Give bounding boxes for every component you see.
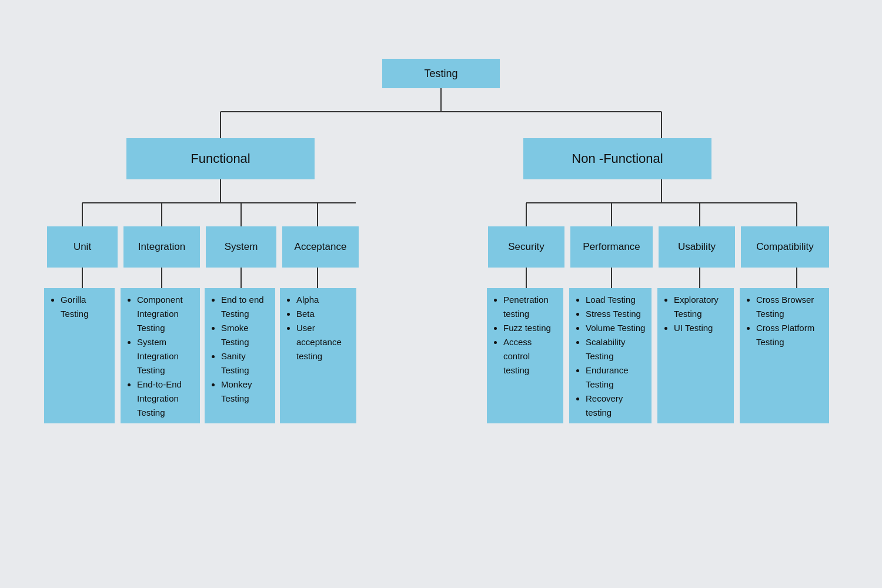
compatibility-node: Compatibility bbox=[741, 226, 829, 268]
non-functional-label: Non -Functional bbox=[572, 151, 663, 166]
integration-leaf: Component Integration Testing System Int… bbox=[121, 288, 200, 423]
integration-list: Component Integration Testing System Int… bbox=[126, 293, 194, 420]
unit-leaf: Gorilla Testing bbox=[44, 288, 115, 423]
system-list: End to end Testing Smoke Testing Sanity … bbox=[211, 293, 269, 406]
root-node: Testing bbox=[382, 59, 500, 88]
acceptance-leaf: Alpha Beta User acceptance testing bbox=[280, 288, 356, 423]
usability-label: Usability bbox=[678, 241, 716, 253]
system-node: System bbox=[206, 226, 276, 268]
unit-list: Gorilla Testing bbox=[50, 293, 109, 321]
root-label: Testing bbox=[424, 68, 457, 80]
diagram: Testing Functional Non -Functional Unit … bbox=[24, 35, 858, 553]
security-label: Security bbox=[508, 241, 544, 253]
security-leaf: Penetration testing Fuzz testing Access … bbox=[487, 288, 563, 423]
performance-node: Performance bbox=[570, 226, 653, 268]
security-list: Penetration testing Fuzz testing Access … bbox=[493, 293, 557, 377]
system-leaf: End to end Testing Smoke Testing Sanity … bbox=[205, 288, 275, 423]
usability-leaf: Exploratory Testing UI Testing bbox=[657, 288, 734, 423]
unit-label: Unit bbox=[74, 241, 91, 253]
integration-label: Integration bbox=[138, 241, 185, 253]
functional-node: Functional bbox=[126, 138, 315, 179]
performance-leaf: Load Testing Stress Testing Volume Testi… bbox=[569, 288, 652, 423]
security-node: Security bbox=[488, 226, 564, 268]
acceptance-label: Acceptance bbox=[295, 241, 347, 253]
unit-node: Unit bbox=[47, 226, 118, 268]
system-label: System bbox=[225, 241, 258, 253]
performance-label: Performance bbox=[583, 241, 640, 253]
integration-node: Integration bbox=[123, 226, 200, 268]
performance-list: Load Testing Stress Testing Volume Testi… bbox=[575, 293, 646, 420]
compatibility-list: Cross Browser Testing Cross Platform Tes… bbox=[746, 293, 823, 349]
usability-list: Exploratory Testing UI Testing bbox=[663, 293, 728, 335]
non-functional-node: Non -Functional bbox=[523, 138, 711, 179]
functional-label: Functional bbox=[191, 151, 250, 166]
compatibility-leaf: Cross Browser Testing Cross Platform Tes… bbox=[740, 288, 829, 423]
compatibility-label: Compatibility bbox=[756, 241, 813, 253]
acceptance-node: Acceptance bbox=[282, 226, 359, 268]
acceptance-list: Alpha Beta User acceptance testing bbox=[286, 293, 350, 363]
usability-node: Usability bbox=[659, 226, 735, 268]
